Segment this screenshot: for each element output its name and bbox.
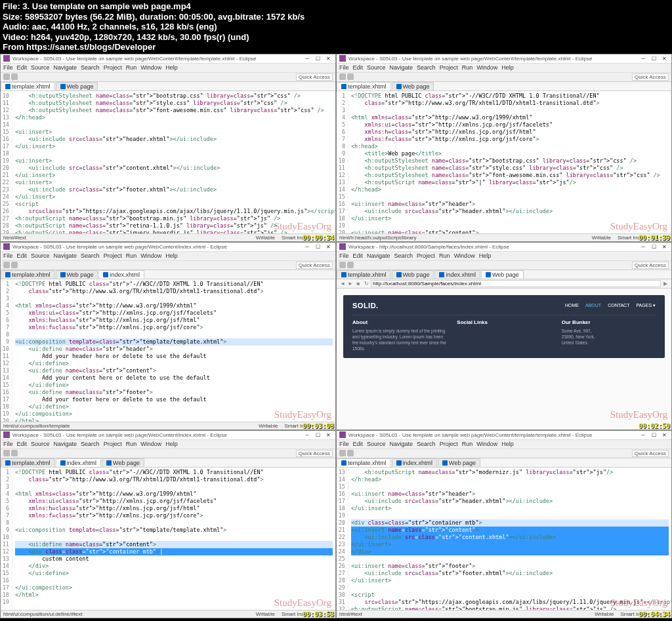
menu-window[interactable]: Window bbox=[454, 252, 475, 259]
minimize-button[interactable]: ─ bbox=[303, 431, 312, 438]
menu-source[interactable]: Source bbox=[31, 64, 50, 71]
maximize-button[interactable]: ☐ bbox=[313, 55, 322, 62]
quick-access[interactable]: Quick Access bbox=[632, 73, 669, 81]
menu-edit[interactable]: Edit bbox=[353, 252, 364, 259]
maximize-button[interactable]: ☐ bbox=[313, 243, 322, 250]
editor-tab[interactable]: template.xhtml bbox=[1, 82, 55, 90]
menu-help[interactable]: Help bbox=[165, 252, 178, 259]
url-input[interactable] bbox=[371, 280, 661, 287]
menu-run[interactable]: Run bbox=[126, 252, 137, 259]
toolbar-icon[interactable] bbox=[11, 450, 18, 456]
maximize-button[interactable]: ☐ bbox=[649, 55, 658, 62]
menu-file[interactable]: File bbox=[3, 252, 13, 259]
minimize-button[interactable]: ─ bbox=[639, 431, 648, 438]
menu-window[interactable]: Window bbox=[140, 64, 161, 71]
menu-navigate[interactable]: Navigate bbox=[54, 252, 77, 259]
quick-access[interactable]: Quick Access bbox=[632, 450, 669, 457]
menu-project[interactable]: Project bbox=[104, 441, 122, 447]
menu-help[interactable]: Help bbox=[165, 64, 178, 71]
nav-link[interactable]: HOME bbox=[565, 303, 579, 308]
code-editor[interactable]: 12345678910111213141516171819 <!DOCTYPE … bbox=[1, 468, 335, 610]
nav-link[interactable]: PAGES ▾ bbox=[636, 303, 656, 308]
editor-tab[interactable]: Web page bbox=[392, 82, 434, 90]
toolbar-icon[interactable] bbox=[3, 73, 10, 80]
minimize-button[interactable]: ─ bbox=[639, 55, 648, 62]
menu-search[interactable]: Search bbox=[81, 252, 100, 259]
editor-tab[interactable]: Web page bbox=[392, 270, 434, 279]
menu-navigate[interactable]: Navigate bbox=[390, 64, 413, 71]
menu-window[interactable]: Window bbox=[476, 64, 497, 71]
toolbar-icon[interactable] bbox=[339, 73, 346, 80]
go-icon[interactable]: ▶ bbox=[662, 280, 669, 287]
code-area[interactable]: <!DOCTYPE html PUBLIC class="str">"-//W3… bbox=[348, 91, 671, 233]
code-editor[interactable]: 1011121314151617181920212223242526272829… bbox=[1, 91, 335, 233]
menu-file[interactable]: File bbox=[339, 252, 349, 259]
editor-tab[interactable]: Web page bbox=[56, 82, 98, 90]
close-button[interactable]: ✕ bbox=[324, 243, 333, 250]
menu-search[interactable]: Search bbox=[81, 441, 100, 447]
menu-project[interactable]: Project bbox=[440, 441, 458, 447]
editor-tab[interactable]: template.xhtml bbox=[1, 270, 55, 279]
menu-source[interactable]: Source bbox=[31, 441, 50, 447]
minimize-button[interactable]: ─ bbox=[639, 243, 648, 250]
menu-run[interactable]: Run bbox=[462, 441, 473, 447]
menu-edit[interactable]: Edit bbox=[17, 441, 28, 447]
editor-tab[interactable]: template.xhtml bbox=[1, 458, 55, 467]
editor-tab[interactable]: index.xhtml bbox=[56, 458, 102, 467]
menu-window[interactable]: Window bbox=[476, 441, 497, 447]
menu-source[interactable]: Source bbox=[367, 64, 386, 71]
editor-tab[interactable]: index.xhtml bbox=[434, 270, 480, 279]
toolbar-icon[interactable] bbox=[339, 262, 346, 268]
browser-viewport[interactable]: SOLID. HOMEABOUTCONTACTPAGES ▾ AboutLore… bbox=[337, 289, 671, 430]
menu-run[interactable]: Run bbox=[439, 252, 450, 259]
close-button[interactable]: ✕ bbox=[660, 431, 669, 438]
menu-source[interactable]: Source bbox=[31, 252, 50, 259]
code-area[interactable]: <h:outputScript name=class="str">"modern… bbox=[348, 468, 671, 610]
toolbar-icon[interactable] bbox=[347, 73, 354, 80]
editor-tab[interactable]: Web page bbox=[481, 270, 524, 279]
menu-help[interactable]: Help bbox=[501, 441, 514, 447]
quick-access[interactable]: Quick Access bbox=[296, 73, 333, 81]
menu-run[interactable]: Run bbox=[126, 64, 137, 71]
menu-run[interactable]: Run bbox=[126, 441, 137, 447]
toolbar-icon[interactable] bbox=[347, 262, 354, 268]
menu-file[interactable]: File bbox=[3, 64, 13, 71]
menu-edit[interactable]: Edit bbox=[353, 441, 364, 447]
maximize-button[interactable]: ☐ bbox=[649, 243, 658, 250]
menu-file[interactable]: File bbox=[339, 441, 349, 447]
menu-navigate[interactable]: Navigate bbox=[54, 441, 77, 447]
close-button[interactable]: ✕ bbox=[324, 431, 333, 438]
toolbar-icon[interactable] bbox=[11, 262, 18, 268]
menu-navigate[interactable]: Navigate bbox=[54, 64, 77, 71]
menu-project[interactable]: Project bbox=[440, 64, 458, 71]
menu-help[interactable]: Help bbox=[479, 252, 492, 259]
code-area[interactable]: <h:outputStylesheet name=class="str">"bo… bbox=[12, 91, 335, 233]
minimize-button[interactable]: ─ bbox=[303, 55, 312, 62]
menu-edit[interactable]: Edit bbox=[17, 252, 28, 259]
menu-search[interactable]: Search bbox=[417, 64, 436, 71]
nav-link[interactable]: CONTACT bbox=[608, 303, 629, 308]
editor-tab[interactable]: index.xhtml bbox=[392, 458, 438, 467]
menu-search[interactable]: Search bbox=[394, 252, 413, 259]
editor-tab[interactable]: Web page bbox=[102, 458, 144, 467]
editor-tab[interactable]: template.xhtml bbox=[337, 270, 391, 279]
menu-file[interactable]: File bbox=[3, 441, 13, 447]
menu-project[interactable]: Project bbox=[104, 252, 122, 259]
quick-access[interactable]: Quick Access bbox=[296, 450, 333, 457]
menu-file[interactable]: File bbox=[339, 64, 349, 71]
code-editor[interactable]: 1234567891011121314151617181920 <!DOCTYP… bbox=[1, 279, 335, 422]
menu-source[interactable]: Source bbox=[367, 441, 386, 447]
editor-tab[interactable]: template.xhtml bbox=[337, 458, 391, 467]
close-button[interactable]: ✕ bbox=[324, 55, 333, 62]
code-area[interactable]: <!DOCTYPE html PUBLIC class="str">"-//W3… bbox=[12, 468, 335, 610]
menu-window[interactable]: Window bbox=[140, 252, 161, 259]
maximize-button[interactable]: ☐ bbox=[313, 431, 322, 438]
menu-edit[interactable]: Edit bbox=[17, 64, 28, 71]
menu-project[interactable]: Project bbox=[417, 252, 435, 259]
close-button[interactable]: ✕ bbox=[660, 243, 669, 250]
quick-access[interactable]: Quick Access bbox=[296, 262, 333, 269]
menu-navigate[interactable]: Navigate bbox=[390, 441, 413, 447]
code-area[interactable]: <!DOCTYPE html PUBLIC class="str">"-//W3… bbox=[12, 279, 335, 422]
menu-help[interactable]: Help bbox=[501, 64, 514, 71]
menu-window[interactable]: Window bbox=[140, 441, 161, 447]
